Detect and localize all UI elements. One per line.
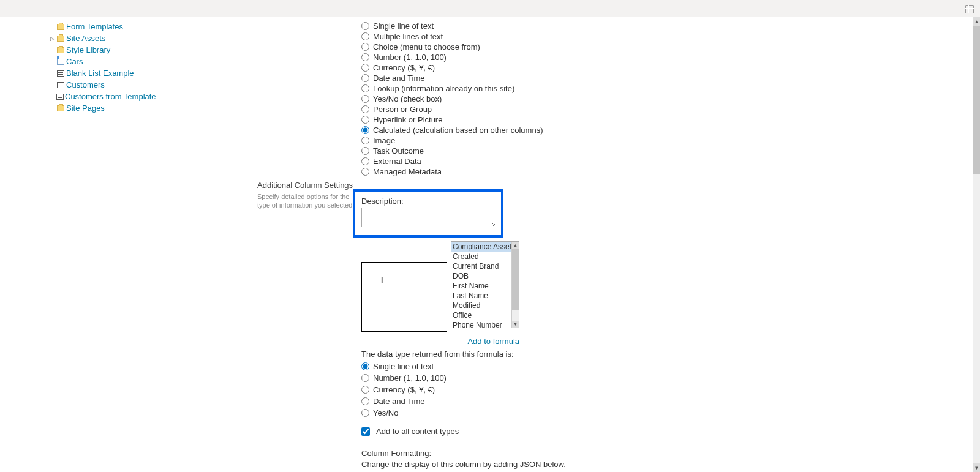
column-type-option[interactable]: Yes/No (check box) (361, 94, 735, 104)
insert-column-option[interactable]: Phone Number (451, 320, 511, 328)
description-highlight: Description: (353, 189, 503, 238)
column-type-label: Number (1, 1.0, 100) (373, 53, 447, 62)
tree-item[interactable]: Customers from Template (56, 91, 147, 102)
return-type-radio[interactable] (361, 362, 369, 370)
tree-item-label[interactable]: Site Pages (66, 103, 105, 113)
insert-column-option[interactable]: Modified (451, 301, 511, 310)
formula-input[interactable]: I (361, 262, 447, 332)
insert-column-option[interactable]: Created (451, 252, 511, 261)
insert-column-listbox[interactable]: Compliance Asset IdCreatedCurrent BrandD… (451, 241, 519, 328)
tree-item[interactable]: Site Pages (56, 102, 147, 114)
column-type-option[interactable]: Image (361, 135, 735, 146)
column-type-option[interactable]: Currency ($, ¥, €) (361, 62, 735, 73)
description-input[interactable] (361, 208, 496, 227)
column-type-radio[interactable] (361, 147, 369, 155)
ribbon-bar (0, 0, 980, 17)
tree-item[interactable]: Customers (56, 79, 147, 91)
add-to-content-types-checkbox[interactable] (361, 427, 370, 436)
column-type-radio[interactable] (361, 53, 369, 61)
column-type-radio[interactable] (361, 95, 369, 103)
column-type-label: Choice (menu to choose from) (373, 42, 480, 51)
listbox-scrollbar[interactable]: ▲ ▼ (511, 242, 519, 328)
insert-column-option[interactable]: Compliance Asset Id (451, 242, 511, 252)
scroll-up-icon[interactable]: ▲ (512, 242, 519, 249)
list-icon (56, 70, 65, 77)
scroll-thumb[interactable] (973, 26, 980, 174)
column-type-option[interactable]: Number (1, 1.0, 100) (361, 52, 735, 62)
tree-item-label[interactable]: Cars (66, 57, 83, 66)
column-type-radio[interactable] (361, 74, 369, 82)
column-type-label: Currency ($, ¥, €) (373, 63, 435, 72)
column-type-label: Calculated (calculation based on other c… (373, 125, 543, 135)
column-settings-form: Single line of textMultiple lines of tex… (147, 17, 821, 472)
column-type-radio[interactable] (361, 22, 369, 30)
column-type-radio[interactable] (361, 116, 369, 124)
column-type-radio[interactable] (361, 43, 369, 51)
return-type-option[interactable]: Yes/No (361, 408, 735, 418)
column-type-option[interactable]: Calculated (calculation based on other c… (361, 125, 735, 135)
insert-column-option[interactable]: Office (451, 310, 511, 320)
column-type-option[interactable]: Person or Group (361, 104, 735, 114)
insert-column-option[interactable]: First Name (451, 281, 511, 291)
insert-column-option[interactable]: Current Brand (451, 261, 511, 271)
tree-item-label[interactable]: Style Library (66, 45, 110, 54)
column-type-radio[interactable] (361, 168, 369, 176)
return-type-option[interactable]: Single line of text (361, 361, 735, 372)
tree-item-label[interactable]: Site Assets (66, 34, 105, 43)
column-type-option[interactable]: Single line of text (361, 21, 735, 31)
tree-item[interactable]: Blank List Example (56, 67, 147, 79)
column-type-option[interactable]: Date and Time (361, 73, 735, 83)
return-type-radio[interactable] (361, 409, 369, 417)
scroll-down-icon[interactable]: ▼ (512, 321, 519, 328)
column-type-option[interactable]: Task Outcome (361, 146, 735, 156)
add-to-content-types-label: Add to all content types (376, 427, 459, 436)
column-type-label: Yes/No (check box) (373, 94, 442, 103)
column-type-label: Single line of text (373, 21, 434, 31)
return-type-option[interactable]: Currency ($, ¥, €) (361, 384, 735, 395)
tree-item-label[interactable]: Blank List Example (66, 69, 134, 78)
add-to-formula-link[interactable]: Add to formula (361, 337, 519, 346)
return-type-radio[interactable] (361, 397, 369, 405)
page-scrollbar[interactable]: ▲ ▼ (973, 17, 980, 472)
column-type-option[interactable]: Choice (menu to choose from) (361, 42, 735, 52)
column-type-label: Person or Group (373, 105, 432, 114)
text-cursor-icon: I (362, 263, 447, 298)
column-type-radio[interactable] (361, 105, 369, 113)
additional-settings-heading: Additional Column Settings (257, 181, 355, 190)
return-type-option[interactable]: Date and Time (361, 396, 735, 406)
column-type-radio[interactable] (361, 157, 369, 165)
focus-content-icon[interactable] (965, 5, 974, 13)
tree-item-label[interactable]: Customers (66, 80, 105, 89)
return-type-option[interactable]: Number (1, 1.0, 100) (361, 373, 735, 383)
tree-item[interactable]: Cars (56, 56, 147, 67)
tree-expander-icon[interactable]: ▷ (50, 36, 55, 42)
column-type-option[interactable]: External Data (361, 156, 735, 167)
tree-item-label[interactable]: Form Templates (66, 22, 123, 31)
return-type-label: Yes/No (373, 408, 398, 418)
insert-column-option[interactable]: Last Name (451, 291, 511, 301)
column-formatting-line1: Change the display of this column by add… (361, 459, 735, 470)
column-type-option[interactable]: Hyperlink or Picture (361, 114, 735, 125)
tree-item[interactable]: Form Templates (56, 21, 147, 32)
column-formatting-heading: Column Formatting: (361, 448, 735, 459)
column-type-option[interactable]: Multiple lines of text (361, 31, 735, 42)
return-type-radio[interactable] (361, 374, 369, 382)
return-type-label: Date and Time (373, 397, 425, 406)
column-type-option[interactable]: Lookup (information already on this site… (361, 83, 735, 94)
column-type-radio[interactable] (361, 84, 369, 92)
tree-item-label[interactable]: Customers from Template (65, 92, 156, 101)
column-type-radios: Single line of textMultiple lines of tex… (361, 21, 735, 177)
scroll-up-icon[interactable]: ▲ (973, 17, 980, 26)
tree-item[interactable]: Style Library (56, 44, 147, 56)
column-type-option[interactable]: Managed Metadata (361, 167, 735, 177)
folder-icon (56, 105, 65, 112)
scroll-down-icon[interactable]: ▼ (973, 463, 980, 472)
column-type-radio[interactable] (361, 64, 369, 72)
scroll-thumb[interactable] (512, 249, 519, 310)
column-type-radio[interactable] (361, 137, 369, 144)
return-type-radio[interactable] (361, 386, 369, 394)
column-type-radio[interactable] (361, 32, 369, 40)
column-type-radio[interactable] (361, 126, 369, 134)
insert-column-option[interactable]: DOB (451, 271, 511, 281)
tree-item[interactable]: ▷Site Assets (56, 32, 147, 44)
